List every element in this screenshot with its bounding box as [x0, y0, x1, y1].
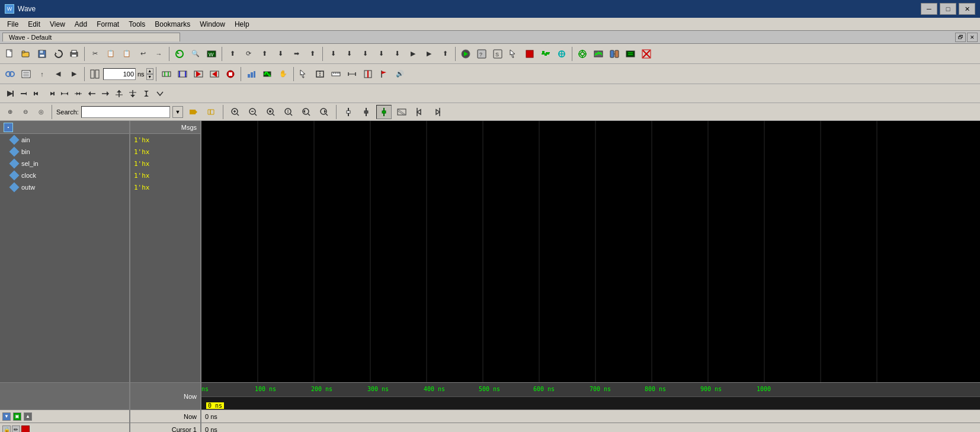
wt-display-pattern[interactable] — [394, 105, 409, 119]
search-go[interactable] — [185, 105, 201, 119]
tb2-up-arrow[interactable]: ↑ — [34, 67, 50, 81]
tb-wave-insert[interactable]: W — [204, 47, 219, 61]
tb2-cursor-expand[interactable] — [360, 67, 376, 81]
tb-nav-rotate[interactable]: ⟳ — [241, 47, 256, 61]
tb-marker-right[interactable]: ⬇ — [357, 47, 373, 61]
tb3-btn3[interactable] — [31, 87, 44, 100]
signal-row-sel-in[interactable]: sel_in — [0, 158, 129, 169]
signal-row-outw[interactable]: outw — [0, 181, 129, 193]
menu-view[interactable]: View — [45, 19, 70, 30]
tb-print[interactable] — [66, 47, 82, 61]
tb-nav-up3[interactable]: ⬆ — [305, 47, 320, 61]
tb-open[interactable] — [18, 47, 34, 61]
menu-edit[interactable]: Edit — [23, 19, 45, 30]
tb3-btn6[interactable] — [72, 87, 85, 100]
tb2-wave-editor[interactable] — [260, 67, 275, 81]
tb-up4[interactable]: ⬆ — [437, 47, 453, 61]
tb-new[interactable] — [2, 47, 18, 61]
wt-cursor-left[interactable] — [412, 105, 427, 119]
tb2-ruler-tool[interactable] — [328, 67, 344, 81]
wt-find-prev[interactable] — [299, 105, 314, 119]
tb2-layout[interactable] — [87, 67, 103, 81]
tb2-stop-btn[interactable] — [223, 67, 238, 81]
tb-run[interactable]: ▶ — [405, 47, 421, 61]
tb3-btn9[interactable] — [113, 87, 126, 100]
tb2-list[interactable] — [18, 67, 34, 81]
search-icon-1[interactable]: ⊕ — [4, 105, 17, 119]
tb-wave-data[interactable] — [591, 47, 606, 61]
time-value-input[interactable] — [103, 68, 136, 80]
menu-format[interactable]: Format — [92, 19, 124, 30]
tb-nav-up[interactable]: ⬆ — [225, 47, 240, 61]
tb3-btn8[interactable] — [99, 87, 112, 100]
menu-bookmarks[interactable]: Bookmarks — [150, 19, 195, 30]
tb-view-opts[interactable] — [554, 47, 569, 61]
time-input-group[interactable]: ns ▲ ▼ — [103, 68, 153, 80]
search-icon-3[interactable]: ◎ — [34, 105, 47, 119]
tb-run2[interactable]: ▶ — [421, 47, 437, 61]
tb-nav-down[interactable]: ⬇ — [273, 47, 288, 61]
menu-add[interactable]: Add — [70, 19, 92, 30]
menu-tools[interactable]: Tools — [124, 19, 150, 30]
wt-display-line[interactable] — [341, 105, 356, 119]
tb-restart[interactable] — [172, 47, 187, 61]
tb3-btn10[interactable] — [126, 87, 139, 100]
tb2-link[interactable] — [2, 67, 18, 81]
tb-refresh[interactable] — [50, 47, 66, 61]
tb2-flag[interactable] — [376, 67, 392, 81]
search-dropdown[interactable]: ▼ — [172, 106, 183, 118]
tb-cursor-tool[interactable] — [506, 47, 521, 61]
search-icon-2[interactable]: ⊖ — [19, 105, 32, 119]
status-icon-1[interactable]: ▼ — [2, 412, 11, 421]
signal-row-clock[interactable]: clock — [0, 169, 129, 181]
doc-restore-button[interactable]: 🗗 — [955, 33, 966, 42]
tb-marker-left[interactable]: ⬇ — [325, 47, 341, 61]
tb2-snap-tool[interactable] — [312, 67, 328, 81]
tb-copy[interactable]: 📋 — [103, 47, 119, 61]
search-next[interactable] — [203, 105, 219, 119]
lock-icon[interactable]: 🔒 — [2, 425, 11, 433]
tb3-btn2[interactable] — [17, 87, 30, 100]
tb2-back[interactable]: ◀ — [50, 67, 66, 81]
pencil-icon[interactable]: ✏ — [12, 425, 20, 433]
tb3-btn4[interactable] — [44, 87, 57, 100]
wt-zoom-in[interactable] — [228, 105, 243, 119]
search-input[interactable] — [81, 106, 170, 118]
menu-window[interactable]: Window — [195, 19, 230, 30]
tb2-select-tool[interactable] — [296, 67, 312, 81]
tb2-bar-chart[interactable] — [244, 67, 259, 81]
tb-export[interactable] — [623, 47, 638, 61]
doc-tab-wave-default[interactable]: Wave - Default — [2, 33, 180, 41]
doc-close-button[interactable]: ✕ — [967, 33, 978, 42]
tb-find[interactable]: 🔍 — [188, 47, 203, 61]
wt-cursor-right[interactable] — [430, 105, 445, 119]
close-button[interactable]: ✕ — [959, 3, 975, 15]
time-spin-up[interactable]: ▲ — [146, 68, 153, 74]
tb-step-back[interactable]: ⬇ — [373, 47, 389, 61]
title-bar-controls[interactable]: ─ □ ✕ — [921, 3, 975, 15]
tb2-wave-bar[interactable] — [344, 67, 360, 81]
waveform-area[interactable] — [201, 121, 980, 382]
tb2-zoom-sel[interactable] — [159, 67, 174, 81]
tb-marker-mid[interactable]: ⬇ — [341, 47, 357, 61]
wt-zoom-full[interactable] — [263, 105, 278, 119]
tb-nav-right[interactable]: ➡ — [289, 47, 304, 61]
wt-zoom-out[interactable] — [245, 105, 261, 119]
tb2-zoom-in[interactable] — [191, 67, 206, 81]
tb-nav-up2[interactable]: ⬆ — [257, 47, 272, 61]
tb-wave-view[interactable] — [538, 47, 553, 61]
signal-row-bin[interactable]: bin — [0, 146, 129, 158]
wt-find-next[interactable] — [316, 105, 332, 119]
tb-undo[interactable]: ↩ — [135, 47, 150, 61]
wt-display-green[interactable] — [376, 105, 392, 119]
status-icon-3[interactable]: ▲ — [24, 412, 32, 421]
tb3-btn7[interactable] — [85, 87, 98, 100]
tb-cut[interactable]: ✂ — [87, 47, 103, 61]
tb2-zoom-out[interactable] — [207, 67, 222, 81]
menu-help[interactable]: Help — [230, 19, 254, 30]
wt-zoom-sel2[interactable] — [281, 105, 296, 119]
tb-sim2[interactable]: ? — [474, 47, 489, 61]
tb-step-fwd[interactable]: ⬇ — [389, 47, 405, 61]
status-icon-2[interactable]: ▣ — [13, 412, 21, 421]
tb-delete[interactable] — [639, 47, 654, 61]
